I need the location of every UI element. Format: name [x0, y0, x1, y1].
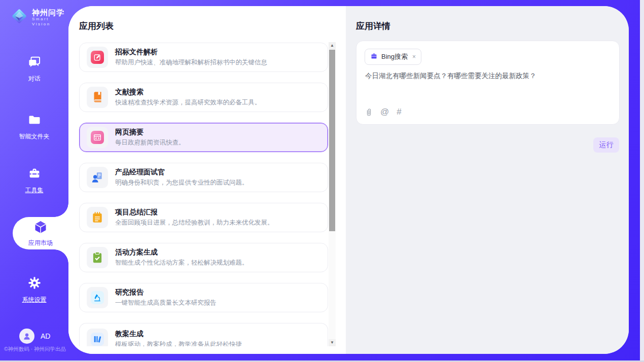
user-account[interactable]: AD [19, 329, 50, 344]
sidebar-item-toolset[interactable]: 工具集 [0, 166, 68, 195]
sidebar-item-label: 智能文件夹 [19, 132, 50, 141]
app-name: 活动方案生成 [115, 248, 248, 257]
app-desc: 明确身份和职责，为您提供专业性的面试问题。 [115, 178, 248, 187]
sidebar-item-smart-folders[interactable]: 智能文件夹 [0, 113, 68, 141]
paperclip-icon[interactable] [365, 108, 373, 117]
app-card-research-report[interactable]: 研究报告 一键智能生成高质量长文本研究报告 [79, 283, 328, 312]
sidebar-item-chat[interactable]: 对话 [0, 55, 68, 83]
app-cards: 招标文件解析 帮助用户快速、准确地理解和解析招标书中的关键信息 文献搜索 快速精… [79, 43, 328, 354]
app-desc: 模板驱动，教案秒成，教学准备从此轻松快捷 [115, 340, 242, 346]
main-content: 应用列表 招标文件解析 帮助用户快速、准确地理解和解析招标书中的关键信息 [68, 6, 629, 354]
app-frame: 神州问学 Smart Vision 对话 智能文件夹 [0, 0, 640, 360]
run-button[interactable]: 运行 [593, 137, 619, 153]
app-card-project-summary[interactable]: 项目总结汇报 全面回顾项目进展，总结经验教训，助力未来优化发展。 [79, 203, 328, 232]
app-desc: 智能生成个性化活动方案，轻松解决规划难题。 [115, 259, 248, 267]
app-desc: 一键智能生成高质量长文本研究报告 [115, 299, 217, 307]
sidebar-item-label: 系统设置 [22, 296, 47, 304]
scrollbar-thumb[interactable] [329, 50, 335, 231]
app-desc: 快速精准查找学术资源，提高研究效率的必备工具。 [115, 98, 261, 107]
folder-icon [27, 113, 42, 129]
bubble-notch-top [54, 203, 68, 217]
clipboard-check-icon [87, 247, 108, 268]
app-card-bid-document-parsing[interactable]: 招标文件解析 帮助用户快速、准确地理解和解析招标书中的关键信息 [79, 43, 328, 72]
attachment-toolbar: @ # [365, 107, 402, 117]
app-desc: 全面回顾项目进展，总结经验教训，助力未来优化发展。 [115, 219, 274, 227]
gear-icon [27, 276, 42, 292]
sidebar-item-settings[interactable]: 系统设置 [0, 276, 68, 304]
sidebar: 神州问学 Smart Vision 对话 智能文件夹 [0, 0, 68, 360]
scroll-down-arrow[interactable]: ▼ [329, 339, 336, 346]
app-desc: 帮助用户快速、准确地理解和解析招标书中的关键信息 [115, 58, 267, 67]
app-card-web-summary[interactable]: 网页摘要 每日政府新闻资讯快查。 [79, 123, 328, 152]
app-name: 教案生成 [115, 330, 242, 339]
note-icon [87, 207, 108, 228]
book-icon [87, 87, 108, 108]
edit-square-icon [87, 47, 108, 68]
books-icon [87, 329, 108, 346]
window-edge-right [640, 0, 644, 362]
brand-logo: 神州问学 Smart Vision [10, 7, 68, 27]
sidebar-item-label: 应用市场 [28, 239, 53, 247]
user-initials: AD [41, 332, 50, 340]
app-detail-title: 应用详情 [356, 20, 390, 32]
brand-subtitle: Smart Vision [32, 17, 68, 27]
copyright-footer: ©神州数码 · 神州问学出品 [4, 346, 68, 353]
chat-icon [27, 55, 42, 71]
cube-icon [33, 220, 48, 237]
app-list-scrollbar: ▲ ▼ [329, 42, 336, 346]
tool-tag-label: Bing搜索 [381, 52, 408, 61]
tool-tag-bing-search[interactable]: Bing搜索 × [365, 49, 421, 65]
hash-icon[interactable]: # [397, 107, 401, 117]
app-desc: 每日政府新闻资讯快查。 [115, 138, 185, 147]
app-name: 网页摘要 [115, 128, 185, 137]
app-name: 项目总结汇报 [115, 208, 274, 217]
browser-code-icon [87, 127, 108, 148]
sidebar-item-app-market[interactable]: 应用市场 [13, 217, 68, 249]
avatar [19, 329, 34, 344]
diamond-logo-icon [10, 7, 28, 27]
sidebar-item-label: 工具集 [25, 186, 44, 195]
toolbox-icon [27, 166, 42, 183]
prompt-input-card[interactable]: Bing搜索 × 今日湖北有哪些新闻要点？有哪些需要关注的最新政策？ @ # [356, 41, 620, 125]
app-name: 文献搜索 [115, 88, 261, 97]
person-document-icon [87, 167, 108, 188]
app-card-literature-search[interactable]: 文献搜索 快速精准查找学术资源，提高研究效率的必备工具。 [79, 83, 328, 112]
app-list-panel: 应用列表 招标文件解析 帮助用户快速、准确地理解和解析招标书中的关键信息 [68, 6, 346, 354]
app-card-lesson-plan-generator[interactable]: 教案生成 模板驱动，教案秒成，教学准备从此轻松快捷 [79, 323, 328, 346]
app-name: 研究报告 [115, 288, 217, 297]
app-detail-panel: 应用详情 Bing搜索 × 今日湖北有哪些新闻要点？有哪些需要关注的最新政策？ [346, 6, 629, 354]
app-card-pm-interviewer[interactable]: 产品经理面试官 明确身份和职责，为您提供专业性的面试问题。 [79, 163, 328, 192]
brand-name: 神州问学 [32, 8, 68, 17]
mention-icon[interactable]: @ [380, 107, 389, 117]
microscope-icon [87, 287, 108, 308]
app-card-event-plan-generator[interactable]: 活动方案生成 智能生成个性化活动方案，轻松解决规划难题。 [79, 243, 328, 272]
scroll-up-arrow[interactable]: ▲ [329, 42, 336, 49]
tag-close-icon[interactable]: × [412, 53, 416, 60]
bubble-notch-bottom [54, 249, 68, 264]
app-name: 招标文件解析 [115, 48, 267, 57]
app-list-title: 应用列表 [79, 20, 114, 32]
briefcase-icon [370, 52, 378, 62]
sidebar-item-label: 对话 [28, 75, 41, 83]
app-name: 产品经理面试官 [115, 168, 248, 177]
prompt-text[interactable]: 今日湖北有哪些新闻要点？有哪些需要关注的最新政策？ [365, 71, 609, 81]
